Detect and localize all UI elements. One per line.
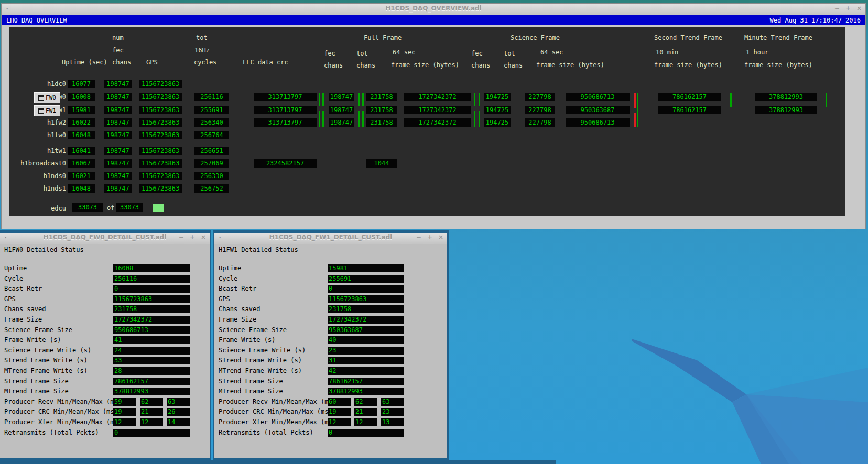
edcu-total-value: 33073 [116, 203, 143, 212]
fw1-field-row: MTrend Frame Write (s)42 [219, 367, 447, 378]
status-bar-green [358, 93, 360, 106]
h1nds1-chans-value: 198747 [104, 184, 132, 193]
overview-titlebar[interactable]: ▾ H1CDS_DAQ_OVERVIEW.adl − + × [2, 4, 865, 15]
status-bar-green [826, 93, 827, 107]
fw1-body: H1FW1 Detailed Status Uptime15981Cycle25… [214, 244, 447, 458]
fw1-fields: Uptime15981Cycle255691Bcast Retr0GPS1156… [219, 264, 447, 439]
h1fw2-gps-value: 1156723863 [139, 118, 182, 127]
header-full_frame-tot-0: tot [356, 50, 368, 57]
status-bar-green [730, 93, 732, 107]
fw0-field-values: 1156723863 [113, 295, 190, 303]
minimize-icon[interactable]: − [416, 234, 421, 241]
fw1-titlebar[interactable]: ▾ H1CDS_DAQ_FW1_DETAIL_CUST.adl − + × [214, 233, 447, 244]
fw1-value-box: 0 [328, 429, 404, 437]
h1fw2-chans-value: 198747 [104, 118, 132, 127]
close-icon[interactable]: × [856, 5, 862, 12]
h1fw1-ff_tot-value: 231758 [366, 106, 397, 114]
fw0-field-values: 33 [113, 357, 190, 364]
fw0-field-values: 231758 [113, 305, 190, 313]
fw0-titlebar[interactable]: ▾ H1CDS_DAQ_FW0_DETAIL_CUST.adl − + × [0, 233, 210, 244]
status-bar-green [319, 111, 320, 127]
fw1-field-row: MTrend Frame Size378812993 [219, 388, 447, 398]
fw1-field-values: 950363687 [328, 326, 404, 334]
h1nds0-uptime-value: 16021 [68, 172, 95, 180]
fw0-field-row: MTrend Frame Write (s)28 [4, 367, 210, 378]
row-label-h1nds1: h1nds1 [9, 184, 66, 193]
header-col_cycles-2: cycles [194, 59, 216, 66]
overview-window-title: H1CDS_DAQ_OVERVIEW.adl [2, 5, 865, 12]
maximize-icon[interactable]: + [845, 5, 851, 12]
fw1-value-box: 31 [328, 357, 404, 364]
fw0-value-box: 786162157 [113, 378, 190, 385]
h1fw1-mt_size-value: 378812993 [755, 106, 817, 114]
h1fw0-mt_size-value: 378812993 [755, 93, 817, 101]
fw0-field-values: 192126 [113, 408, 190, 416]
fw1-field-values: 1727342372 [328, 316, 404, 324]
fw0-field-row: MTrend Frame Size378812993 [4, 388, 210, 398]
maximize-icon[interactable]: + [427, 234, 432, 241]
related-display-icon [38, 108, 44, 114]
close-icon[interactable]: × [438, 234, 443, 241]
fw1-field-values: 378812993 [328, 388, 404, 395]
fw1-field-row: GPS1156723863 [219, 295, 447, 306]
open-fw0-detail-button[interactable]: FW0 [34, 92, 60, 103]
fw1-window-title: H1CDS_DAQ_FW1_DETAIL_CUST.adl [214, 234, 447, 241]
minimize-icon[interactable]: − [179, 234, 184, 241]
fw0-fields: Uptime16008Cycle256116Bcast Retr0GPS1156… [4, 264, 210, 439]
fw0-field-row: Cycle256116 [4, 275, 210, 285]
close-icon[interactable]: × [201, 234, 206, 241]
fw1-value-box: 231758 [328, 305, 404, 313]
fw1-value-box: 1156723863 [328, 295, 404, 303]
header-col_cycles-1: 16Hz [194, 47, 210, 54]
open-fw1-detail-button[interactable]: FW1 [34, 105, 60, 116]
header-full_frame-title: Full Frame [364, 34, 402, 41]
fw1-field-values: 0 [328, 285, 404, 293]
header-science_frame-title: Science Frame [511, 34, 560, 41]
fw0-field-values: 16008 [113, 264, 190, 272]
fw0-heading: H1FW0 Detailed Status [4, 247, 210, 253]
fw1-value-box: 12 [328, 418, 351, 426]
fw1-value-box: 950363687 [328, 326, 404, 334]
fw0-field-values: 0 [113, 285, 190, 293]
minimize-icon[interactable]: − [834, 5, 840, 12]
fw0-value-box: 256116 [113, 275, 190, 283]
fw0-value-box: 26 [167, 408, 190, 416]
h1fw2-sf_size-value: 950686713 [566, 118, 630, 127]
h1dc0-uptime-value: 16077 [68, 80, 95, 88]
maximize-icon[interactable]: + [190, 234, 195, 241]
h1fw2-ff_fec-value: 198747 [329, 118, 354, 127]
fw1-value-box: 786162157 [328, 378, 404, 385]
fw0-field-values: 0 [113, 429, 190, 437]
fw1-field-values: 606263 [328, 398, 404, 406]
status-bar-green [479, 111, 480, 127]
fw1-field-values: 31 [328, 357, 404, 364]
h1dc0-chans-value: 198747 [104, 80, 132, 88]
h1nds0-chans-value: 198747 [104, 172, 132, 180]
fw0-body: H1FW0 Detailed Status Uptime16008Cycle25… [0, 244, 210, 458]
h1fw0-ff_size-value: 1727342372 [404, 93, 471, 101]
related-display-button-label: FW1 [46, 107, 56, 114]
edcu-label: edcu [9, 204, 66, 213]
fw1-heading: H1FW1 Detailed Status [219, 247, 447, 253]
fw0-value-box: 41 [113, 336, 190, 344]
fw1-value-box: 255691 [328, 275, 404, 283]
fw0-value-box: 0 [113, 285, 190, 293]
wallpaper-beak-shape [632, 339, 746, 402]
header-science_frame-size_l1: 64 sec [540, 49, 563, 56]
fw1-value-box: 63 [381, 398, 404, 406]
fw0-field-values: 28 [113, 367, 190, 375]
fw1-value-box: 60 [328, 398, 351, 406]
header-second_trend-size: frame size (bytes) [654, 61, 722, 69]
h1nds1-uptime-value: 16048 [68, 184, 95, 193]
fw1-field-values: 1156723863 [328, 295, 404, 303]
row-label-h1dc0: h1dc0 [9, 80, 66, 88]
fw0-value-box: 21 [140, 408, 163, 416]
row-label-h1fw2: h1fw2 [9, 118, 66, 127]
fw1-field-row: STrend Frame Write (s)31 [219, 357, 447, 367]
h1tw1-chans-value: 198747 [104, 147, 132, 155]
h1nds1-cycles-value: 256752 [194, 184, 229, 193]
fw1-field-values: 786162157 [328, 378, 404, 385]
h1nds0-gps-value: 1156723863 [139, 172, 182, 180]
h1tw0-gps-value: 1156723863 [139, 131, 182, 139]
row-label-h1tw1: h1tw1 [9, 147, 66, 155]
